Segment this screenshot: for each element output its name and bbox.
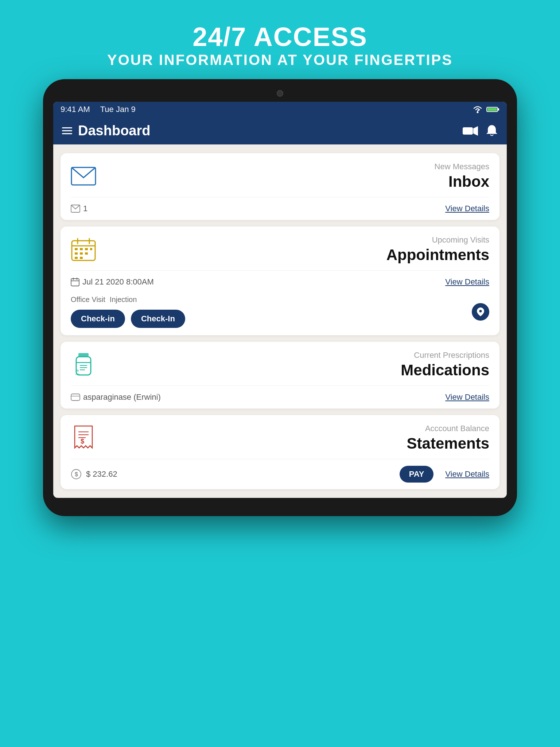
appointments-card-header: Upcoming Visits Appointments xyxy=(61,227,499,270)
visit2-label: Injection xyxy=(110,295,137,304)
inbox-icon xyxy=(71,163,96,189)
hamburger-menu-icon[interactable] xyxy=(62,127,72,134)
statements-right-section: PAY View Details xyxy=(400,466,489,483)
svg-rect-19 xyxy=(75,257,78,259)
inbox-card: New Messages Inbox 1 View Details xyxy=(61,153,499,220)
medication-name: asparaginase (Erwini) xyxy=(71,392,161,402)
calendar-small-icon xyxy=(71,278,79,286)
svg-rect-16 xyxy=(75,252,78,255)
inbox-subtitle: New Messages xyxy=(435,162,489,171)
nav-right-icons xyxy=(462,124,498,138)
cards-area: New Messages Inbox 1 View Details xyxy=(53,144,507,498)
status-bar: 9:41 AM Tue Jan 9 xyxy=(53,102,507,117)
medication-name-label: asparaginase (Erwini) xyxy=(83,392,161,402)
inbox-footer: 1 View Details xyxy=(61,197,499,220)
status-date: Tue Jan 9 xyxy=(100,105,136,114)
svg-rect-3 xyxy=(487,108,497,111)
svg-rect-4 xyxy=(463,127,473,135)
svg-rect-18 xyxy=(85,252,88,255)
hero-subtitle: YOUR INFORMATION AT YOUR FINGERTIPS xyxy=(107,52,453,68)
svg-rect-33 xyxy=(71,394,80,400)
medications-card-header: Current Prescriptions Medications xyxy=(61,342,499,386)
navigation-bar: Dashboard xyxy=(53,117,507,144)
statements-icon: $ xyxy=(71,425,96,451)
checkin1-button[interactable]: Check-in xyxy=(71,310,125,328)
svg-rect-13 xyxy=(80,248,83,250)
statements-title-group: Acccount Balance Statements xyxy=(407,424,489,452)
message-count-label: 1 xyxy=(83,204,88,213)
inbox-title-group: New Messages Inbox xyxy=(435,162,489,190)
inbox-title: Inbox xyxy=(435,173,489,190)
medications-card: Current Prescriptions Medications aspara… xyxy=(61,342,499,409)
visit1-label: Office Visit xyxy=(71,295,105,304)
medications-subtitle: Current Prescriptions xyxy=(401,351,489,360)
tablet-screen: 9:41 AM Tue Jan 9 xyxy=(53,102,507,498)
inbox-message-count: 1 xyxy=(71,204,88,213)
inbox-card-header: New Messages Inbox xyxy=(61,153,499,197)
inbox-view-details[interactable]: View Details xyxy=(445,204,489,213)
video-camera-icon[interactable] xyxy=(462,125,478,136)
battery-icon xyxy=(486,106,499,113)
appointments-subtitle: Upcoming Visits xyxy=(386,235,489,245)
hero-section: 24/7 ACCESS YOUR INFORMATION AT YOUR FIN… xyxy=(107,0,453,79)
svg-text:$: $ xyxy=(75,471,78,477)
statements-card-header: $ Acccount Balance Statements xyxy=(61,415,499,459)
appointment-date: Jul 21 2020 8:00AM View Details xyxy=(71,277,489,287)
pay-button[interactable]: PAY xyxy=(400,466,434,483)
small-envelope-icon xyxy=(71,205,80,213)
notification-bell-icon[interactable] xyxy=(486,124,498,138)
pill-icon xyxy=(71,392,80,402)
svg-rect-14 xyxy=(85,248,88,250)
appointment-date-label: Jul 21 2020 8:00AM xyxy=(82,277,154,287)
svg-point-25 xyxy=(479,310,482,312)
checkin-buttons: Check-in Check-In xyxy=(71,310,185,328)
svg-rect-2 xyxy=(498,108,499,111)
appointments-title: Appointments xyxy=(386,246,489,264)
svg-marker-5 xyxy=(473,126,478,136)
wifi-icon xyxy=(472,106,483,113)
statements-footer: $ $ 232.62 PAY View Details xyxy=(61,459,499,489)
appointment-type-labels: Office Visit Injection xyxy=(71,295,185,304)
svg-point-32 xyxy=(77,369,79,372)
checkin2-button[interactable]: Check-In xyxy=(131,310,185,328)
svg-rect-20 xyxy=(80,257,83,259)
statements-title: Statements xyxy=(407,435,489,452)
statements-amount-section: $ $ 232.62 xyxy=(71,469,117,480)
statements-amount: $ 232.62 xyxy=(86,469,117,479)
medications-view-details[interactable]: View Details xyxy=(445,392,489,402)
appointments-icon xyxy=(71,237,96,262)
appointments-card: Upcoming Visits Appointments xyxy=(61,227,499,335)
statements-subtitle: Acccount Balance xyxy=(407,424,489,433)
svg-rect-15 xyxy=(90,248,92,250)
statements-card: $ Acccount Balance Statements $ xyxy=(61,415,499,489)
appointment-actions: Office Visit Injection Check-in Check-In xyxy=(61,291,499,335)
medications-title: Medications xyxy=(401,361,489,379)
svg-point-0 xyxy=(477,112,479,113)
dollar-icon: $ xyxy=(71,469,82,480)
medications-icon xyxy=(71,352,96,378)
appointments-title-group: Upcoming Visits Appointments xyxy=(386,235,489,264)
status-right-icons xyxy=(472,106,499,113)
nav-left: Dashboard xyxy=(62,123,150,139)
svg-rect-21 xyxy=(71,279,79,286)
medications-footer: asparaginase (Erwini) View Details xyxy=(61,386,499,409)
statements-view-details[interactable]: View Details xyxy=(445,469,489,479)
tablet-frame: 9:41 AM Tue Jan 9 xyxy=(43,79,517,516)
nav-title: Dashboard xyxy=(78,123,150,139)
medications-title-group: Current Prescriptions Medications xyxy=(401,351,489,379)
tablet-camera xyxy=(277,90,283,97)
svg-text:$: $ xyxy=(81,438,84,445)
appointments-view-details[interactable]: View Details xyxy=(445,277,489,287)
svg-rect-12 xyxy=(75,248,78,250)
status-time: 9:41 AM xyxy=(61,105,90,114)
location-icon[interactable] xyxy=(472,303,489,321)
appointment-info: Jul 21 2020 8:00AM View Details xyxy=(61,271,499,287)
hero-title: 24/7 ACCESS xyxy=(107,22,453,52)
svg-rect-17 xyxy=(80,252,83,255)
